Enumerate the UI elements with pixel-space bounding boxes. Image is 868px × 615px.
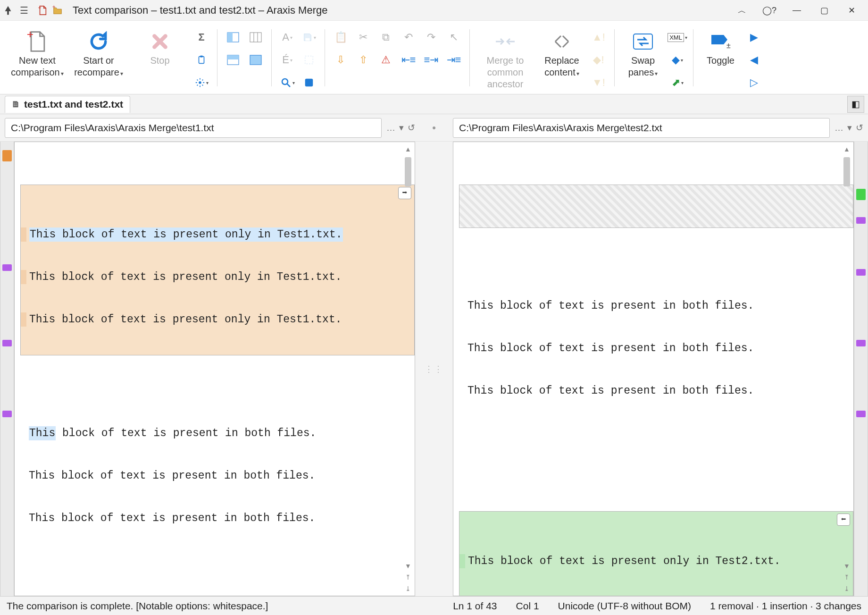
export-icon[interactable]: ⬈ <box>668 73 687 93</box>
chevron-up-icon[interactable]: ︿ <box>728 0 756 20</box>
minimize-button[interactable]: — <box>783 0 810 20</box>
scroll-thumb[interactable] <box>843 157 850 186</box>
right-overview[interactable] <box>854 142 868 596</box>
svg-text:+: + <box>52 5 55 9</box>
status-summary: 1 removal · 1 insertion · 3 changes <box>710 600 861 612</box>
cursor-icon[interactable]: ↖ <box>444 27 464 47</box>
history-icon[interactable]: ↺ <box>856 122 863 133</box>
right-pane[interactable]: This block of text is present in both fi… <box>453 142 854 596</box>
tab-current[interactable]: 🗎 test1.txt and test2.txt <box>5 96 130 113</box>
select-all-icon[interactable] <box>299 73 319 93</box>
svg-rect-7 <box>227 33 233 42</box>
indent-right-icon[interactable]: ⇥≡ <box>444 50 464 70</box>
stop-button: Stop <box>129 25 191 69</box>
next-diff-down-icon[interactable]: ⇩ <box>331 50 351 70</box>
titlebar: ☰ + + Text comparison – test1.txt and te… <box>0 0 868 21</box>
merge-icon <box>493 28 517 55</box>
left-file-path[interactable]: C:\Program Files\Araxis\Araxis Merge\tes… <box>5 118 382 138</box>
xml-icon[interactable]: XML <box>668 27 687 47</box>
close-button[interactable]: ✕ <box>838 0 865 20</box>
history-icon[interactable]: ↺ <box>408 122 415 133</box>
warn-down-icon[interactable]: ▼! <box>589 73 609 93</box>
ellipsis-icon[interactable]: … <box>386 123 395 133</box>
status-line: Ln 1 of 43 <box>453 600 497 612</box>
text-line: This block of text is present in both fi… <box>467 341 754 355</box>
encoding-icon[interactable]: É <box>277 50 297 70</box>
new-text-comparison-button[interactable]: + New textcomparison▾ <box>7 25 68 81</box>
indent-icon[interactable]: ≡⇥ <box>421 50 441 70</box>
document-plus-icon: + <box>26 28 48 55</box>
swap-panes-button[interactable]: Swappanes▾ <box>619 25 667 81</box>
layout-two-pane-icon[interactable] <box>223 27 243 47</box>
layout-single-icon[interactable] <box>246 50 266 70</box>
conflict-icon[interactable]: ⚠ <box>376 50 396 70</box>
splitter-grip-icon[interactable]: ⋮⋮ <box>425 364 443 374</box>
bookmark-icon[interactable]: ◆ <box>668 50 687 70</box>
start-recompare-label: Start orrecompare <box>74 55 119 77</box>
svg-rect-3 <box>199 57 204 64</box>
left-removed-line: This block of text is present only in Te… <box>29 312 342 327</box>
scroll-top-icon[interactable]: ⤒ <box>405 572 411 582</box>
svg-point-5 <box>199 81 201 84</box>
stop-label: Stop <box>150 55 169 67</box>
start-recompare-button[interactable]: Start orrecompare▾ <box>68 25 129 81</box>
flag-plus-icon: ± <box>709 28 732 55</box>
scroll-up-icon[interactable]: ▲ <box>405 144 411 154</box>
chevron-down-icon[interactable]: ▾ <box>399 122 404 133</box>
gear-icon[interactable] <box>192 73 211 93</box>
copy-icon[interactable]: ⧉ <box>376 27 396 47</box>
svg-rect-8 <box>250 33 261 42</box>
cut-icon[interactable]: ✂ <box>353 27 373 47</box>
scroll-bottom-icon[interactable]: ⤓ <box>843 583 850 594</box>
scroll-up-icon[interactable]: ▲ <box>843 144 850 154</box>
layout-vertical-icon[interactable] <box>223 50 243 70</box>
help-icon[interactable]: ◯? <box>756 0 783 20</box>
left-pane[interactable]: ➡ This block of text is present only in … <box>14 142 415 596</box>
redo-icon[interactable]: ↷ <box>421 27 441 47</box>
window-title: Text comparison – test1.txt and test2.tx… <box>64 4 728 17</box>
ellipsis-icon[interactable]: … <box>835 123 843 133</box>
document-icon: 🗎 <box>12 100 20 110</box>
svg-rect-18 <box>305 79 313 87</box>
left-scrollbar[interactable]: ▲ ▼ ⤒ ⤓ <box>403 144 413 594</box>
search-icon[interactable] <box>277 73 297 93</box>
scroll-down-icon[interactable]: ▼ <box>405 561 411 571</box>
warn-mid-icon[interactable]: ◆! <box>589 50 609 70</box>
scroll-top-icon[interactable]: ⤒ <box>843 572 850 582</box>
flag-clear-icon[interactable]: ▷ <box>744 73 764 93</box>
left-overview[interactable] <box>0 142 14 596</box>
select-area-icon[interactable] <box>299 50 319 70</box>
next-diff-up-icon[interactable]: ⇧ <box>353 50 373 70</box>
new-text-comparison-label: New textcomparison <box>11 55 59 77</box>
layout-three-pane-icon[interactable] <box>246 27 266 47</box>
outdent-icon[interactable]: ⇤≡ <box>399 50 418 70</box>
font-size-icon[interactable]: A <box>277 27 297 47</box>
left-removed-line: This block of text is present only in Te… <box>29 227 343 242</box>
file-separator-dot: • <box>420 114 448 141</box>
maximize-button[interactable]: ▢ <box>810 0 838 20</box>
clipboard-icon[interactable] <box>192 50 211 70</box>
undo-icon[interactable]: ↶ <box>399 27 418 47</box>
tab-label: test1.txt and test2.txt <box>24 99 123 110</box>
sigma-icon[interactable]: Σ <box>192 27 211 47</box>
right-added-line: This block of text is present only in Te… <box>468 554 781 568</box>
right-scrollbar[interactable]: ▲ ▼ ⤒ ⤓ <box>842 144 851 594</box>
new-file-icon[interactable]: + <box>36 4 49 17</box>
toggle-button[interactable]: ± Toggle <box>698 25 743 69</box>
paste-icon[interactable]: 📋 <box>331 27 351 47</box>
new-folder-icon[interactable]: + <box>51 4 64 17</box>
chevron-down-icon[interactable]: ▾ <box>847 122 852 133</box>
flag-prev-icon[interactable]: ◀ <box>744 50 764 70</box>
side-panel-toggle[interactable]: ◧ <box>847 96 864 113</box>
scroll-down-icon[interactable]: ▼ <box>843 561 850 571</box>
scroll-bottom-icon[interactable]: ⤓ <box>405 583 411 594</box>
warn-up-icon[interactable]: ▲! <box>589 27 609 47</box>
right-file-path[interactable]: C:\Program Files\Araxis\Araxis Merge\tes… <box>453 118 830 138</box>
text-line: This block of text is present in both fi… <box>29 511 315 525</box>
flag-next-icon[interactable]: ▶ <box>744 27 764 47</box>
replace-content-button[interactable]: Replacecontent▾ <box>536 25 588 81</box>
menu-button[interactable]: ☰ <box>16 5 32 16</box>
scroll-thumb[interactable] <box>405 157 411 186</box>
save-icon[interactable] <box>299 27 319 47</box>
center-gutter[interactable]: ⋮⋮ <box>415 142 453 596</box>
